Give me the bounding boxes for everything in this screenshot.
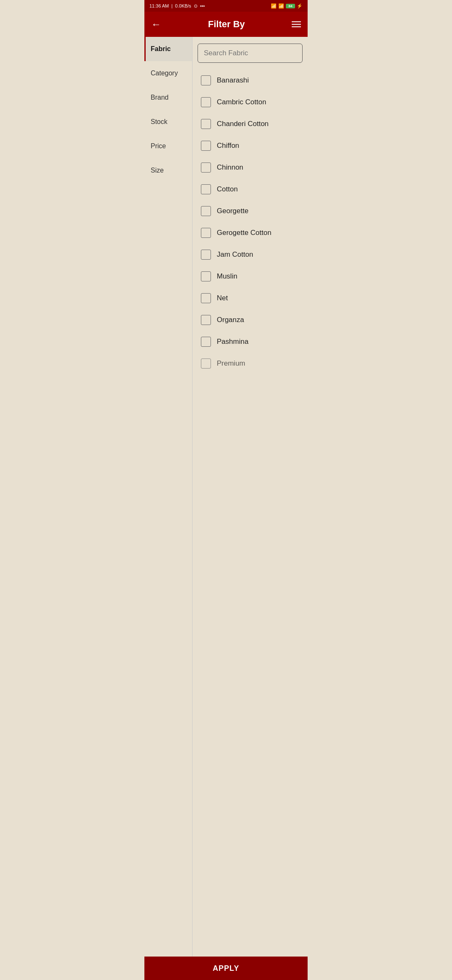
- fabric-label-premium: Premium: [217, 359, 245, 368]
- status-left: 11:36 AM | 0.0KB/s ⊙ •••: [149, 3, 205, 9]
- checkbox-net[interactable]: [201, 293, 211, 303]
- checkbox-pashmina[interactable]: [201, 337, 211, 347]
- menu-line-3: [292, 26, 301, 27]
- battery-indicator: 84: [286, 4, 295, 8]
- status-sync-icon: ⊙: [194, 3, 198, 9]
- status-time: 11:36 AM: [149, 3, 169, 8]
- fabric-label-jam-cotton: Jam Cotton: [217, 250, 253, 259]
- fabric-label-gerogette-cotton: Gerogette Cotton: [217, 229, 271, 237]
- menu-button[interactable]: [292, 21, 301, 27]
- list-item[interactable]: Pashmina: [198, 331, 303, 353]
- list-item[interactable]: Organza: [198, 309, 303, 331]
- fabric-label-chinnon: Chinnon: [217, 163, 243, 172]
- sidebar-item-brand[interactable]: Brand: [144, 85, 192, 110]
- checkbox-cotton[interactable]: [201, 184, 211, 194]
- fabric-list: BanarashiCambric CottonChanderi CottonCh…: [198, 70, 303, 374]
- sidebar-item-category[interactable]: Category: [144, 61, 192, 85]
- content-area: BanarashiCambric CottonChanderi CottonCh…: [193, 37, 308, 957]
- fabric-label-georgette: Georgette: [217, 207, 249, 215]
- checkbox-chanderi-cotton[interactable]: [201, 119, 211, 129]
- sidebar-item-stock[interactable]: Stock: [144, 110, 192, 134]
- checkbox-premium[interactable]: [201, 358, 211, 369]
- fabric-label-cambric-cotton: Cambric Cotton: [217, 98, 266, 106]
- list-item[interactable]: Jam Cotton: [198, 244, 303, 266]
- charging-icon: ⚡: [297, 3, 303, 9]
- fabric-label-chanderi-cotton: Chanderi Cotton: [217, 120, 269, 128]
- fabric-label-chiffon: Chiffon: [217, 142, 239, 150]
- list-item[interactable]: Chanderi Cotton: [198, 113, 303, 135]
- status-wifi-icon: 📶: [271, 3, 277, 9]
- sidebar-item-size[interactable]: Size: [144, 158, 192, 183]
- sidebar-item-fabric[interactable]: Fabric: [144, 37, 192, 61]
- list-item[interactable]: Net: [198, 287, 303, 309]
- checkbox-banarashi[interactable]: [201, 75, 211, 85]
- status-dots: •••: [200, 3, 205, 8]
- checkbox-cambric-cotton[interactable]: [201, 97, 211, 107]
- fabric-label-pashmina: Pashmina: [217, 338, 249, 346]
- menu-line-1: [292, 21, 301, 22]
- menu-line-2: [292, 24, 301, 25]
- checkbox-organza[interactable]: [201, 315, 211, 325]
- fabric-label-net: Net: [217, 294, 228, 302]
- checkbox-chinnon[interactable]: [201, 162, 211, 173]
- status-data: 0.0KB/s: [175, 3, 191, 8]
- list-item[interactable]: Chiffon: [198, 135, 303, 157]
- status-network: |: [171, 3, 172, 8]
- list-item[interactable]: Banarashi: [198, 70, 303, 91]
- main-layout: FabricCategoryBrandStockPriceSize Banara…: [144, 37, 308, 957]
- checkbox-gerogette-cotton[interactable]: [201, 228, 211, 238]
- checkbox-muslin[interactable]: [201, 271, 211, 281]
- header: ← Filter By: [144, 12, 308, 37]
- status-bar: 11:36 AM | 0.0KB/s ⊙ ••• 📶 📶 84 ⚡: [144, 0, 308, 12]
- page-title: Filter By: [208, 19, 245, 30]
- status-signal-icon: 📶: [278, 3, 284, 9]
- fabric-label-organza: Organza: [217, 316, 244, 324]
- checkbox-jam-cotton[interactable]: [201, 250, 211, 260]
- fabric-label-muslin: Muslin: [217, 272, 237, 281]
- sidebar-item-price[interactable]: Price: [144, 134, 192, 158]
- status-right: 📶 📶 84 ⚡: [271, 3, 303, 9]
- fabric-label-banarashi: Banarashi: [217, 76, 249, 85]
- list-item[interactable]: Cambric Cotton: [198, 91, 303, 113]
- checkbox-chiffon[interactable]: [201, 141, 211, 151]
- list-item[interactable]: Premium: [198, 353, 303, 374]
- list-item[interactable]: Cotton: [198, 178, 303, 200]
- fabric-label-cotton: Cotton: [217, 185, 238, 193]
- sidebar: FabricCategoryBrandStockPriceSize: [144, 37, 193, 957]
- back-button[interactable]: ←: [151, 18, 161, 30]
- checkbox-georgette[interactable]: [201, 206, 211, 216]
- search-input[interactable]: [198, 44, 303, 63]
- list-item[interactable]: Muslin: [198, 266, 303, 287]
- list-item[interactable]: Georgette: [198, 200, 303, 222]
- list-item[interactable]: Gerogette Cotton: [198, 222, 303, 244]
- list-item[interactable]: Chinnon: [198, 157, 303, 178]
- apply-button[interactable]: APPLY: [144, 957, 308, 980]
